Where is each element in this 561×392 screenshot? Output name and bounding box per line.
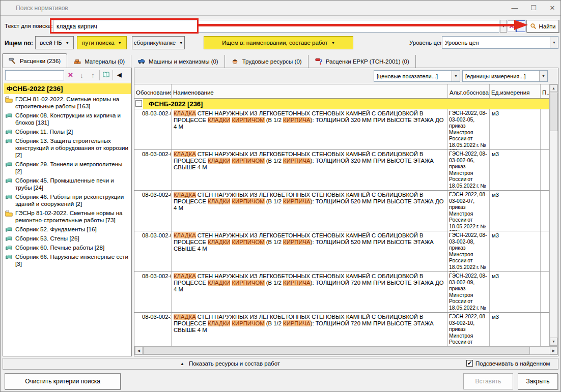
scroll-up-icon[interactable]: ▲ <box>550 84 557 92</box>
table-row[interactable]: 08-03-002-05КЛАДКА СТЕН НАРУЖНЫХ ИЗ ЛЕГК… <box>134 109 549 150</box>
chevron-down-icon[interactable]: ▼ <box>452 71 460 81</box>
collapse-group-icon[interactable]: − <box>135 100 142 107</box>
clear-criteria-button[interactable]: Очистить критерии поиска <box>5 373 121 389</box>
tree-item-label: Сборник 53. Стены [26] <box>15 235 79 242</box>
price-level-combobox[interactable]: Уровень цен ▼ <box>442 36 558 49</box>
row-alt-justification: ГЭСН-2022, 08-03-002-05, приказ Минстроя… <box>448 109 490 149</box>
table-row[interactable]: 08-03-002-06КЛАДКА СТЕН НАРУЖНЫХ ИЗ ЛЕГК… <box>134 150 549 191</box>
resources-expander-bar[interactable]: ▲ Показать ресурсы и состав работ ✔ Подс… <box>3 358 558 370</box>
highlight-checkbox-label: Подсвечивать в найденном <box>475 360 550 367</box>
column-header[interactable]: Обоснование <box>134 84 172 98</box>
clear-filter-icon[interactable]: ✕ <box>66 70 75 80</box>
close-icon[interactable]: ✕ <box>543 1 561 15</box>
tree-item-label: Сборник 52. Фундаменты [16] <box>15 226 97 232</box>
maximize-button[interactable]: ☐ <box>524 1 543 15</box>
search-input[interactable] <box>53 20 499 33</box>
tree-item[interactable]: Сборник 60. Печные работы [28] <box>3 244 131 253</box>
search-path-dropdown[interactable]: пути поиска▼ <box>77 36 127 49</box>
row-name: КЛАДКА СТЕН НАРУЖНЫХ ИЗ ЛЕГКОБЕТОННЫХ СТ… <box>172 109 448 149</box>
tree-item[interactable]: Сборник 66. Наружные инженерные сети [3] <box>3 253 131 269</box>
arrow-up-icon[interactable]: ↑ <box>88 70 98 80</box>
catalog-tree-panel: ✕ ↓ ↑ ◀ ФСНБ-2022 [236] ГЭСН 81-02-2022.… <box>3 68 132 356</box>
column-header[interactable]: Альт.обоснование <box>448 84 490 98</box>
scroll-left-icon[interactable]: ◀ <box>135 347 143 354</box>
table-row[interactable]: 08-03-002-08КЛАДКА СТЕН НАРУЖНЫХ ИЗ ЛЕГК… <box>134 231 549 272</box>
search-match-highlight: КЛАДКА <box>174 273 196 279</box>
horizontal-scrollbar[interactable]: ◀ ▶ <box>134 346 558 355</box>
bricks-icon <box>73 57 81 66</box>
insert-button[interactable]: Вставить <box>463 373 513 389</box>
table-row[interactable]: 08-03-002-10КЛАДКА СТЕН НАРУЖНЫХ ИЗ ЛЕГК… <box>134 313 549 346</box>
column-header[interactable]: Ед.измерения <box>490 84 541 98</box>
hammer-icon <box>9 57 17 65</box>
tab-расценки-еркр-тсн-2001-0-[interactable]: Расценки ЕРКР (ТСН-2001) (0) <box>308 55 416 68</box>
row-extra-cell <box>541 231 549 272</box>
expander-label: Показать ресурсы и состав работ <box>189 360 280 367</box>
tree-items: ГЭСН 81-02-2022. Сметные нормы на строит… <box>3 95 131 269</box>
search-history-dropdown-icon[interactable]: ▼ <box>500 20 507 33</box>
search-scope-dropdown[interactable]: Ищем в: наименовании, составе работ▼ <box>204 36 353 49</box>
tab-label: Трудовые ресурсы (0) <box>242 58 302 65</box>
tree-item[interactable]: ГЭСНр 81-02-2022. Сметные нормы на ремон… <box>3 209 131 225</box>
table-row[interactable]: 08-03-002-07КЛАДКА СТЕН НАРУЖНЫХ ИЗ ЛЕГК… <box>134 191 549 231</box>
scroll-right-icon[interactable]: ▶ <box>550 347 557 354</box>
row-name: КЛАДКА СТЕН НАРУЖНЫХ ИЗ ЛЕГКОБЕТОННЫХ СТ… <box>172 313 448 346</box>
tab-машины-и-механизмы-0-[interactable]: Машины и механизмы (0) <box>131 55 225 68</box>
highlight-checkbox[interactable]: ✔ <box>466 360 473 367</box>
tree-item[interactable]: Сборник 11. Полы [2] <box>3 128 131 137</box>
tree-item[interactable]: Сборник 53. Стены [26] <box>3 234 131 244</box>
tree-filter-input[interactable] <box>5 70 64 80</box>
tab-label: Расценки ЕРКР (ТСН-2001) (0) <box>326 58 409 65</box>
price-indicators-combobox[interactable]: [ценовые показатели...] ▼ <box>374 70 460 82</box>
row-name: КЛАДКА СТЕН НАРУЖНЫХ ИЗ ЛЕГКОБЕТОННЫХ СТ… <box>172 150 448 190</box>
chevron-down-icon[interactable]: ▼ <box>539 71 547 81</box>
units-combobox[interactable]: [единицы измерения...] ▼ <box>462 70 548 82</box>
tree-item[interactable]: Сборник 52. Фундаменты [16] <box>3 225 131 234</box>
group-row[interactable]: − ФСНБ-2022 [236] <box>134 99 549 109</box>
tree-root-selected[interactable]: ФСНБ-2022 [236] <box>4 83 131 94</box>
chevron-down-icon[interactable]: ▼ <box>550 37 558 48</box>
vertical-scrollbar[interactable]: ▲ ▼ <box>549 84 558 346</box>
tree-item[interactable]: Сборник 46. Работы при реконструкции зда… <box>3 193 131 209</box>
minimize-button[interactable]: — <box>505 1 524 15</box>
search-match-highlight: КЛАДКИ <box>208 280 230 286</box>
tab-расценки-236-[interactable]: Расценки (236) <box>2 53 67 68</box>
tab-материалы-0-[interactable]: Материалы (0) <box>67 55 131 68</box>
search-options-button[interactable] <box>516 20 525 32</box>
search-match-highlight: КИРПИЧОМ <box>232 198 264 204</box>
open-book-icon[interactable] <box>101 70 111 80</box>
tab-трудовые-ресурсы-0-[interactable]: Трудовые ресурсы (0) <box>225 55 308 68</box>
column-header[interactable]: Наименование <box>172 84 448 98</box>
book-icon <box>5 244 13 252</box>
tree-item[interactable]: Сборник 13. Защита строительных конструк… <box>3 137 131 160</box>
scroll-down-icon[interactable]: ▼ <box>550 338 557 345</box>
collection-folder-dropdown[interactable]: сборнику\папке▼ <box>132 36 185 49</box>
collapse-panel-icon[interactable]: ◀ <box>115 70 124 80</box>
truck-icon <box>137 57 146 66</box>
search-match-highlight: КИРПИЧОМ <box>232 280 264 286</box>
search-match-highlight: КЛАДКА <box>174 232 196 238</box>
find-button[interactable]: Найти <box>526 20 559 33</box>
close-button[interactable]: Закрыть <box>518 373 558 389</box>
row-extra-cell <box>541 109 549 149</box>
clear-search-icon[interactable]: ✕ <box>508 20 516 32</box>
expand-up-icon[interactable]: ▲ <box>180 361 184 366</box>
search-match-highlight: КИРПИЧОМ <box>232 239 264 245</box>
column-header[interactable]: П.. <box>541 84 549 98</box>
table-row[interactable]: 08-03-002-09КЛАДКА СТЕН НАРУЖНЫХ ИЗ ЛЕГК… <box>134 272 549 313</box>
tree-item[interactable]: Сборник 45. Промышленные печи и трубы [2… <box>3 176 131 193</box>
row-unit: м3 <box>490 109 541 149</box>
book-icon <box>5 161 13 169</box>
book-icon <box>5 226 13 234</box>
tree-item[interactable]: ГЭСН 81-02-2022. Сметные нормы на строит… <box>3 95 131 111</box>
tree-item[interactable]: Сборник 29. Тоннели и метрополитены [2] <box>3 160 131 176</box>
horizontal-scroll-thumb[interactable] <box>143 347 530 354</box>
tree-item[interactable]: Сборник 08. Конструкции из кирпича и бло… <box>3 111 131 128</box>
row-alt-justification: ГЭСН-2022, 08-03-002-06, приказ Минстроя… <box>448 150 490 190</box>
book-icon <box>5 112 13 120</box>
db-scope-dropdown[interactable]: всей НБ▼ <box>35 36 74 49</box>
row-code: 08-03-002-05 <box>134 109 172 149</box>
tree-item-label: ГЭСНр 81-02-2022. Сметные нормы на ремон… <box>15 209 123 223</box>
vertical-scroll-thumb[interactable] <box>550 93 557 131</box>
arrow-down-icon[interactable]: ↓ <box>77 70 87 80</box>
